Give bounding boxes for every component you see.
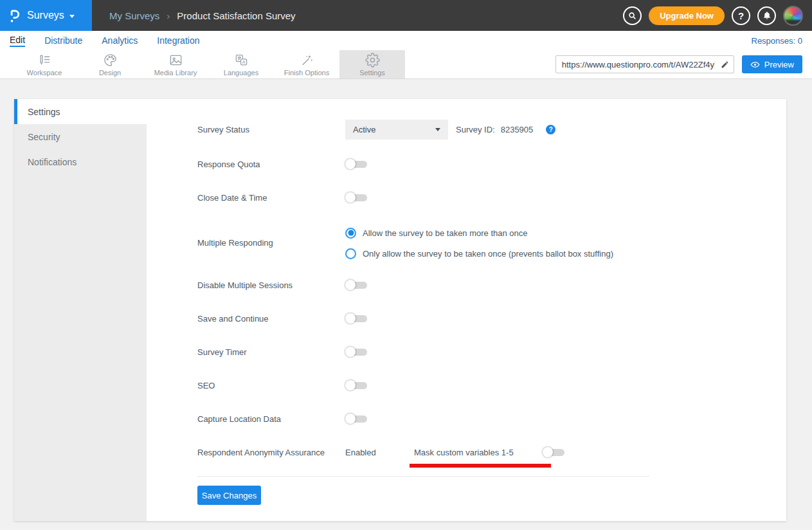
save-and-continue-toggle[interactable]: [345, 313, 367, 324]
survey-timer-label: Survey Timer: [197, 347, 345, 357]
response-quota-label: Response Quota: [197, 160, 345, 169]
edit-url-button[interactable]: [716, 56, 734, 73]
radio-option-multiple-allowed[interactable]: Allow the survey to be taken more than o…: [345, 226, 613, 240]
product-switcher[interactable]: Surveys: [0, 0, 92, 31]
toolbar-tab-label: Languages: [224, 69, 258, 77]
mask-variables-toggle[interactable]: [543, 447, 564, 457]
survey-nav: Edit Distribute Analytics Integration Re…: [0, 31, 812, 50]
toggle-knob: [543, 447, 553, 457]
help-button[interactable]: ?: [732, 6, 750, 25]
toggle-knob: [345, 192, 356, 203]
radio-option-label: Only allow the survey to be taken once (…: [363, 249, 613, 259]
bell-icon: [762, 11, 771, 20]
chevron-right-icon: ›: [167, 10, 170, 21]
pencil-icon: [721, 60, 729, 69]
survey-id-value: 8235905: [501, 125, 534, 134]
tab-distribute[interactable]: Distribute: [44, 35, 82, 46]
notifications-button[interactable]: [757, 6, 776, 25]
toolbar-tab-workspace[interactable]: Workspace: [12, 50, 77, 78]
breadcrumb: My Surveys › Product Satisfaction Survey: [109, 10, 296, 21]
tab-integration[interactable]: Integration: [157, 35, 199, 46]
content-area: Settings Security Notifications Survey S…: [0, 79, 812, 521]
question-mark-icon: ?: [738, 10, 744, 21]
radio-option-once-only[interactable]: Only allow the survey to be taken once (…: [345, 246, 613, 260]
tab-edit[interactable]: Edit: [10, 35, 25, 47]
upgrade-now-button[interactable]: Upgrade Now: [649, 6, 725, 25]
setting-row-anonymity: Respondent Anonymity Assurance Enabled M…: [197, 447, 786, 457]
topbar-actions: Upgrade Now ?: [623, 6, 812, 26]
survey-url-input[interactable]: [556, 60, 716, 69]
disable-multiple-sessions-label: Disable Multiple Sessions: [197, 280, 345, 290]
sidebar-item-security[interactable]: Security: [14, 124, 147, 149]
toolbar-tab-settings[interactable]: Settings: [339, 50, 405, 78]
capture-location-toggle[interactable]: [345, 414, 367, 424]
setting-row-disable-multiple-sessions: Disable Multiple Sessions: [197, 280, 786, 290]
questionpro-logo-icon: [8, 8, 21, 24]
toolbar-tab-media-library[interactable]: Media Library: [143, 50, 208, 78]
toggle-knob: [345, 313, 356, 324]
seo-toggle[interactable]: [345, 380, 367, 390]
multiple-responding-label: Multiple Responding: [197, 226, 345, 260]
breadcrumb-my-surveys[interactable]: My Surveys: [109, 10, 159, 21]
edit-toolbar: Workspace Design Media Library A Languag…: [0, 50, 812, 79]
response-quota-toggle[interactable]: [345, 159, 367, 169]
toggle-knob: [345, 414, 356, 424]
toolbar-right: Preview: [555, 50, 812, 78]
toggle-knob: [345, 380, 356, 390]
toolbar-tab-design[interactable]: Design: [77, 50, 143, 78]
disable-multiple-sessions-toggle[interactable]: [345, 280, 367, 290]
preview-button[interactable]: Preview: [742, 55, 802, 73]
radio-option-label: Allow the survey to be taken more than o…: [363, 228, 528, 238]
radio-unselected-icon[interactable]: [345, 248, 356, 259]
breadcrumb-current: Product Satisfaction Survey: [177, 10, 295, 21]
settings-card: Settings Security Notifications Survey S…: [14, 99, 786, 521]
survey-status-select[interactable]: Active: [345, 120, 448, 140]
top-bar: Surveys My Surveys › Product Satisfactio…: [0, 0, 812, 31]
setting-row-response-quota: Response Quota: [197, 159, 786, 169]
search-button[interactable]: [623, 6, 642, 25]
capture-location-label: Capture Location Data: [197, 414, 345, 424]
help-icon[interactable]: ?: [546, 125, 555, 134]
tab-analytics[interactable]: Analytics: [102, 35, 138, 46]
survey-timer-toggle[interactable]: [345, 347, 367, 357]
responses-count: Responses: 0: [752, 36, 803, 46]
setting-row-survey-timer: Survey Timer: [197, 347, 786, 357]
avatar[interactable]: [783, 6, 803, 26]
toolbar-tab-label: Finish Options: [284, 69, 329, 77]
form-divider: [197, 476, 649, 477]
mask-variables-label: Mask custom variables 1-5: [414, 448, 514, 457]
red-highlight-underline: [410, 464, 551, 468]
sidebar-item-label: Notifications: [28, 157, 77, 167]
setting-row-capture-location: Capture Location Data: [197, 414, 786, 424]
product-name: Surveys: [27, 10, 64, 21]
gear-icon: [365, 53, 380, 68]
settings-form: Survey Status Active Survey ID: 8235905 …: [147, 99, 786, 521]
toolbar-tab-label: Settings: [359, 69, 385, 77]
setting-row-multiple-responding: Multiple Responding Allow the survey to …: [197, 226, 786, 260]
preview-label: Preview: [764, 60, 794, 69]
toolbar-tab-languages[interactable]: A Languages: [208, 50, 274, 78]
toggle-knob: [345, 159, 356, 169]
toolbar-tab-label: Design: [99, 69, 121, 77]
setting-row-close-date: Close Date & Time: [197, 192, 786, 203]
chevron-down-icon: [435, 128, 440, 131]
search-icon: [627, 11, 637, 21]
close-date-toggle[interactable]: [345, 192, 367, 203]
multiple-responding-options: Allow the survey to be taken more than o…: [345, 226, 613, 260]
survey-id-label: Survey ID:: [456, 125, 495, 134]
save-changes-button[interactable]: Save Changes: [197, 486, 261, 505]
sidebar-item-settings[interactable]: Settings: [14, 99, 147, 124]
toggle-knob: [345, 347, 356, 357]
sidebar-item-notifications[interactable]: Notifications: [14, 149, 147, 174]
eye-icon: [750, 60, 760, 69]
survey-url-field: [555, 55, 734, 73]
toolbar-tab-label: Media Library: [154, 69, 197, 77]
toggle-knob: [345, 280, 356, 290]
palette-icon: [103, 53, 118, 68]
workspace-icon: [37, 53, 52, 68]
questionpro-app: Surveys My Surveys › Product Satisfactio…: [0, 0, 812, 521]
radio-selected-icon[interactable]: [345, 228, 356, 239]
setting-row-seo: SEO: [197, 380, 786, 390]
toolbar-tab-finish-options[interactable]: Finish Options: [274, 50, 339, 78]
sidebar-item-label: Settings: [28, 107, 60, 117]
